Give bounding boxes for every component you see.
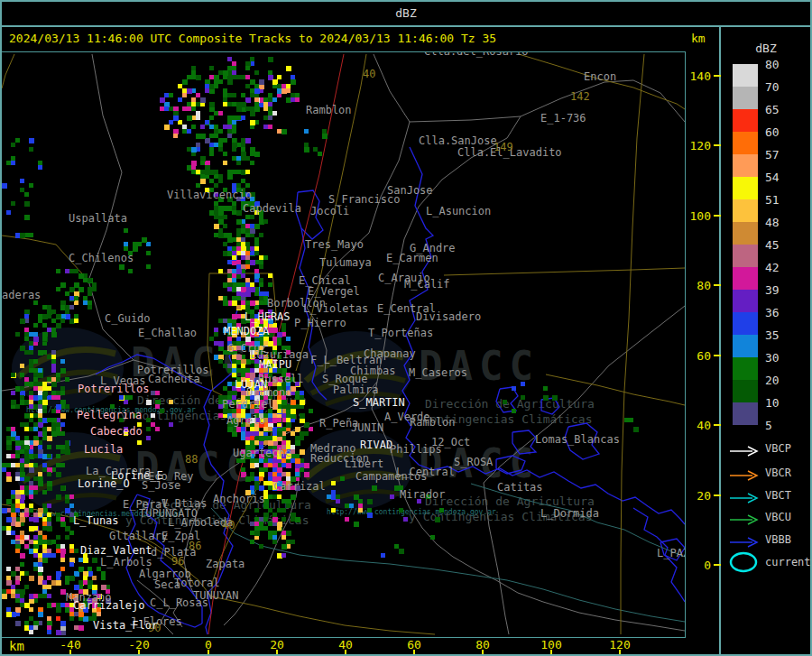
- colorbar-swatch: [733, 222, 758, 245]
- vbbb-track-arrow-icon: [729, 534, 760, 551]
- radar-echo-cell: [209, 66, 214, 70]
- map-place-label: L_Arbols: [100, 558, 152, 568]
- radar-echo-cell: [241, 431, 245, 436]
- map-place-label: L_Violetas: [303, 304, 368, 314]
- radar-echo-cell: [74, 625, 78, 630]
- map-place-label: Ramblon: [410, 418, 456, 428]
- radar-echo-cell: [209, 115, 214, 120]
- radar-echo-cell: [277, 418, 281, 422]
- radar-echo-cell: [200, 134, 206, 139]
- radar-echo-cell: [24, 603, 30, 608]
- radar-echo-cell: [245, 233, 250, 237]
- radar-echo-cell: [218, 269, 223, 273]
- radar-echo-cell: [250, 79, 255, 85]
- radar-echo-cell: [60, 359, 65, 364]
- radar-echo-cell: [250, 161, 254, 165]
- radar-echo-cell: [173, 134, 178, 138]
- radar-echo-cell: [47, 616, 51, 621]
- map-place-label: Potrerillos: [137, 365, 208, 375]
- radar-echo-cell: [74, 585, 79, 590]
- radar-echo-cell: [24, 192, 29, 197]
- radar-echo-cell: [24, 382, 29, 386]
- radar-echo-cell: [236, 75, 241, 79]
- radar-echo-cell: [300, 449, 305, 455]
- map-place-label: MENDOZA: [224, 327, 270, 337]
- radar-echo-cell: [241, 93, 245, 97]
- x-axis-tick: [413, 650, 415, 656]
- radar-echo-cell: [403, 517, 408, 522]
- colorbar-value-label: 30: [765, 351, 792, 365]
- radar-echo-cell: [65, 404, 69, 409]
- colorbar-value-label: 70: [765, 80, 792, 94]
- radar-echo-cell: [11, 161, 15, 165]
- radar-echo-cell: [182, 79, 188, 85]
- radar-echo-cell: [191, 106, 196, 111]
- radar-echo-cell: [236, 355, 242, 360]
- map-place-label: C_Chilenos: [69, 254, 134, 263]
- radar-echo-cell: [11, 143, 15, 147]
- radar-echo-cell: [245, 75, 250, 79]
- radar-echo-cell: [227, 427, 233, 432]
- radar-echo-cell: [65, 445, 69, 449]
- radar-echo-cell: [182, 125, 187, 129]
- radar-echo-cell: [6, 531, 11, 535]
- radar-echo-cell: [214, 183, 218, 188]
- radar-echo-cell: [254, 70, 259, 75]
- radar-echo-cell: [88, 278, 92, 282]
- colorbar-swatch: [733, 132, 758, 154]
- radar-echo-cell: [268, 125, 272, 129]
- radar-echo-cell: [227, 287, 232, 291]
- radar-echo-cell: [42, 382, 47, 386]
- radar-echo-cell: [232, 129, 236, 134]
- radar-echo-cell: [218, 233, 224, 238]
- radar-echo-cell: [83, 558, 88, 563]
- radar-echo-cell: [241, 115, 245, 120]
- radar-echo-cell: [205, 88, 209, 93]
- radar-echo-cell: [245, 66, 250, 70]
- map-place-label: C_L_Rosas: [150, 598, 208, 608]
- map-place-label: E_Vergel: [308, 287, 360, 297]
- radar-echo-cell: [254, 531, 260, 536]
- composite-tracks-title: 2024/03/13 11:46:00 UTC Composite Tracks…: [9, 32, 496, 45]
- radar-echo-cell: [503, 400, 507, 404]
- radar-echo-cell: [214, 75, 219, 80]
- radar-echo-cell: [191, 97, 196, 102]
- radar-echo-cell: [182, 93, 187, 97]
- radar-echo-cell: [272, 97, 277, 102]
- map-place-label: E_Carmen: [386, 254, 438, 263]
- map-place-label: Jocoli: [310, 207, 349, 217]
- map-place-label: Uspallata: [69, 214, 127, 224]
- radar-echo-cell: [263, 106, 268, 111]
- radar-echo-cell: [304, 129, 309, 134]
- radar-echo-cell: [38, 513, 42, 517]
- radar-echo-cell: [304, 431, 309, 436]
- radar-echo-cell: [15, 580, 20, 585]
- radar-map-canvas[interactable]: DACCDirección de Agriculturay Contingenc…: [2, 51, 686, 638]
- radar-echo-cell: [38, 567, 43, 572]
- radar-echo-cell: [88, 287, 92, 291]
- radar-echo-cell: [196, 93, 200, 97]
- radar-echo-cell: [11, 585, 15, 589]
- radar-echo-cell: [65, 499, 69, 504]
- colorbar-value-label: 10: [765, 396, 792, 410]
- radar-echo-cell: [42, 535, 47, 540]
- radar-echo-cell: [6, 576, 11, 580]
- radar-echo-cell: [331, 481, 336, 485]
- x-axis-unit-label: km: [9, 639, 24, 653]
- radar-echo-cell: [74, 282, 78, 287]
- radar-echo-cell: [629, 418, 633, 422]
- radar-echo-cell: [205, 120, 209, 125]
- radar-echo-cell: [42, 522, 47, 526]
- radar-echo-cell: [56, 472, 61, 477]
- radar-echo-cell: [435, 517, 440, 522]
- y-axis-tick: [714, 494, 721, 496]
- panel-divider: [719, 27, 721, 656]
- radar-echo-cell: [42, 553, 47, 558]
- radar-echo-cell: [24, 215, 30, 220]
- radar-echo-cell: [277, 431, 282, 437]
- radar-echo-cell: [92, 585, 97, 590]
- radar-echo-cell: [272, 535, 277, 540]
- radar-echo-cell: [218, 206, 223, 210]
- radar-echo-cell: [331, 508, 336, 513]
- radar-echo-cell: [327, 494, 331, 499]
